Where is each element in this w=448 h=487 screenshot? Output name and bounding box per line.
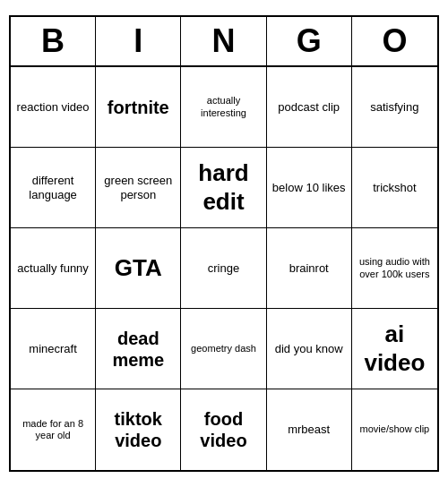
cell-text-6: green screen person: [99, 174, 177, 201]
cell-text-4: satisfying: [370, 100, 418, 115]
cell-text-1: fortnite: [108, 97, 169, 118]
bingo-cell-4[interactable]: satisfying: [352, 67, 437, 148]
bingo-letter-i: I: [96, 17, 181, 65]
bingo-cell-13[interactable]: brainrot: [267, 228, 352, 309]
bingo-cell-7[interactable]: hard edit: [181, 148, 266, 228]
bingo-cell-2[interactable]: actually interesting: [181, 67, 266, 148]
bingo-cell-8[interactable]: below 10 likes: [267, 148, 352, 228]
bingo-cell-19[interactable]: ai video: [352, 309, 437, 389]
cell-text-3: podcast clip: [278, 100, 340, 115]
cell-text-14: using audio with over 100k users: [356, 256, 434, 279]
bingo-cell-17[interactable]: geometry dash: [181, 309, 266, 389]
cell-text-7: hard edit: [185, 159, 262, 215]
bingo-cell-3[interactable]: podcast clip: [267, 67, 352, 148]
cell-text-23: mrbeast: [288, 423, 330, 437]
bingo-cell-21[interactable]: tiktok video: [96, 389, 181, 470]
cell-text-20: made for an 8 year old: [14, 418, 91, 441]
cell-text-12: cringe: [208, 261, 239, 276]
bingo-cell-16[interactable]: dead meme: [96, 309, 181, 389]
cell-text-22: food video: [185, 408, 262, 451]
bingo-cell-12[interactable]: cringe: [181, 228, 266, 309]
bingo-cell-23[interactable]: mrbeast: [267, 389, 352, 470]
cell-text-18: did you know: [275, 342, 343, 356]
cell-text-16: dead meme: [99, 328, 177, 371]
cell-text-9: trickshot: [373, 181, 416, 195]
cell-text-0: reaction video: [17, 100, 90, 115]
bingo-letter-g: G: [267, 17, 352, 65]
cell-text-11: GTA: [115, 254, 162, 282]
cell-text-2: actually interesting: [185, 95, 262, 118]
bingo-cell-20[interactable]: made for an 8 year old: [11, 389, 96, 470]
bingo-card: BINGO reaction videofortniteactually int…: [9, 15, 439, 472]
bingo-cell-15[interactable]: minecraft: [11, 309, 96, 389]
bingo-cell-10[interactable]: actually funny: [11, 228, 96, 309]
cell-text-19: ai video: [356, 320, 434, 376]
bingo-cell-24[interactable]: movie/show clip: [352, 389, 437, 470]
cell-text-15: minecraft: [29, 342, 76, 356]
bingo-cell-14[interactable]: using audio with over 100k users: [352, 228, 437, 309]
bingo-cell-0[interactable]: reaction video: [11, 67, 96, 148]
bingo-cell-6[interactable]: green screen person: [96, 148, 181, 228]
cell-text-10: actually funny: [17, 261, 89, 276]
bingo-cell-11[interactable]: GTA: [96, 228, 181, 309]
bingo-letter-b: B: [11, 17, 96, 65]
cell-text-8: below 10 likes: [272, 181, 346, 195]
bingo-cell-22[interactable]: food video: [181, 389, 266, 470]
bingo-letter-n: N: [181, 17, 266, 65]
bingo-cell-5[interactable]: different language: [11, 148, 96, 228]
cell-text-17: geometry dash: [191, 343, 256, 355]
cell-text-5: different language: [14, 174, 91, 201]
cell-text-24: movie/show clip: [360, 423, 430, 435]
bingo-cell-18[interactable]: did you know: [267, 309, 352, 389]
bingo-grid: reaction videofortniteactually interesti…: [11, 67, 437, 470]
bingo-cell-1[interactable]: fortnite: [96, 67, 181, 148]
cell-text-21: tiktok video: [99, 408, 177, 451]
bingo-letter-o: O: [352, 17, 437, 65]
bingo-cell-9[interactable]: trickshot: [352, 148, 437, 228]
cell-text-13: brainrot: [289, 261, 329, 276]
bingo-header: BINGO: [11, 17, 437, 67]
